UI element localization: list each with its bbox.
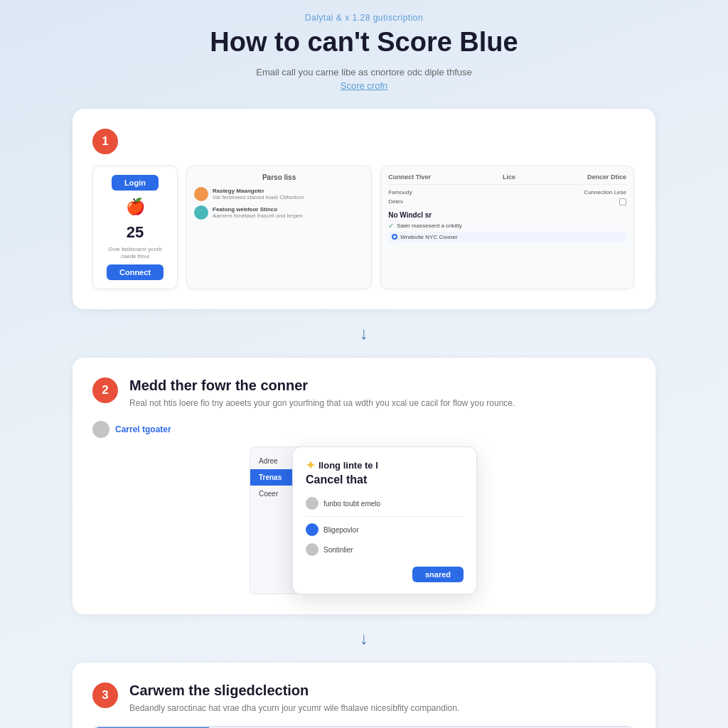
modal-option-3: Sontinlier [306, 540, 464, 560]
user-name-1: Rastegy Maangeler [213, 188, 304, 194]
user-row-2: Featong webfoor Stinco Aamem fonetave fr… [194, 205, 364, 220]
step-3-text: Carwem the sligedclection Bedandly saroc… [129, 682, 459, 714]
step-1-badge: 1 [92, 129, 118, 154]
radio-icon [392, 234, 397, 240]
arrow-down-2: ↓ [360, 621, 368, 655]
page-wrapper: Dalytai & x 1.28 gutiscription How to ca… [0, 0, 728, 728]
arrow-down-1: ↓ [360, 316, 368, 350]
star-icon: ✦ [306, 459, 315, 472]
user-row-1: Rastegy Maangeler Val ferbewed staned to… [194, 187, 364, 201]
data-row-2: Detev [388, 198, 626, 205]
avatar-1 [194, 187, 208, 201]
step-2-badge: 2 [92, 378, 118, 403]
step-1-header: 1 [92, 129, 634, 154]
score-label: Ovie fastboarst ycorb caedk filnul [100, 246, 170, 261]
step-2-title: Medd ther fowr the conner [129, 378, 515, 394]
step1-mid-panel: Parso liss Rastegy Maangeler Val ferbewe… [186, 166, 372, 290]
modal-option-2: Bligepovlor [306, 520, 464, 540]
option-divider [306, 516, 464, 517]
data-row-1: Famoudy Cunneclion Lese [388, 189, 626, 196]
modal-title: Cancel that [306, 473, 464, 486]
user-detail-1: Val ferbewed staned toast Cbfontom [213, 194, 304, 200]
user-detail-2: Aamem fonetave frascrit ond lerpen [213, 213, 303, 219]
step-2-content: Carrel tgoater Adree Trenas Coeer ✦ llon… [92, 421, 634, 594]
page-title: How to can't Score Blue [14, 27, 714, 58]
opt-avatar-3 [306, 543, 318, 556]
score-number: 25 [127, 223, 144, 242]
subscription-text: Dalytai & x 1.28 gutiscription [14, 13, 714, 23]
radio-row-1[interactable]: Wndsvite NYC Cooner [388, 232, 626, 242]
login-button[interactable]: Login [112, 175, 159, 191]
opt-avatar-2 [306, 523, 318, 536]
checkmark-icon: ✓ [388, 222, 394, 230]
step-2-header: 2 Medd ther fowr the conner Real not hti… [92, 378, 634, 410]
step-3-header: 3 Carwem the sligedclection Bedandly sar… [92, 682, 634, 714]
header-link[interactable]: Score crofn [341, 80, 387, 91]
step-3-desc: Bedandly saroctinac hat vrae dha ycurn j… [129, 702, 459, 714]
cancel-modal: ✦ llong linte te l Cancel that funbo tou… [292, 446, 477, 594]
no-windows-label: No Windcl sr [388, 211, 626, 219]
header: Dalytai & x 1.28 gutiscription How to ca… [0, 0, 728, 102]
right-panel-header: Cunnect Tiver Lice Dencer Dtice [388, 173, 626, 185]
step1-right-panel: Cunnect Tiver Lice Dencer Dtice Famoudy … [380, 166, 634, 290]
check-row-1: ✓ Saier masseserd a crikitty [388, 222, 626, 230]
step-2-section: 2 Medd ther fowr the conner Real not hti… [73, 358, 655, 614]
opt-avatar-1 [306, 497, 318, 510]
step-2-desc: Real not htis loere fio tny aoeets your … [129, 397, 515, 410]
step-3-section: 3 Carwem the sligedclection Bedandly sar… [73, 663, 655, 728]
step-1-preview: Login 🍎 25 Ovie fastboarst ycorb caedk f… [92, 166, 634, 290]
step-3-title: Carwem the sligedclection [129, 682, 459, 699]
step-1-section: 1 Login 🍎 25 Ovie fastboarst ycorb caedk… [73, 109, 655, 310]
header-subtitle: Email call you carne libe as cnortore od… [14, 65, 714, 93]
step-2-text: Medd ther fowr the conner Real not htis … [129, 378, 515, 410]
user-name-2: Featong webfoor Stinco [213, 206, 303, 213]
mid-panel-title: Parso liss [194, 173, 364, 181]
avatar-2 [194, 205, 208, 220]
checkbox[interactable] [619, 198, 626, 205]
modal-star-row: ✦ llong linte te l [306, 459, 464, 472]
connect-button[interactable]: Connect [107, 264, 164, 280]
step2-user-row: Carrel tgoater [92, 421, 634, 438]
step1-left-panel: Login 🍎 25 Ovie fastboarst ycorb caedk f… [92, 166, 178, 290]
step2-modal-area: Adree Trenas Coeer ✦ llong linte te l Ca… [92, 446, 634, 594]
modal-action-button[interactable]: snared [412, 567, 464, 582]
step-3-badge: 3 [92, 682, 118, 708]
modal-option-1: funbo toubt emelo [306, 493, 464, 513]
apple-icon: 🍎 [126, 198, 145, 216]
modal-bottom: snared [306, 567, 464, 582]
step2-avatar [92, 421, 109, 438]
step2-user-name: Carrel tgoater [115, 424, 171, 434]
